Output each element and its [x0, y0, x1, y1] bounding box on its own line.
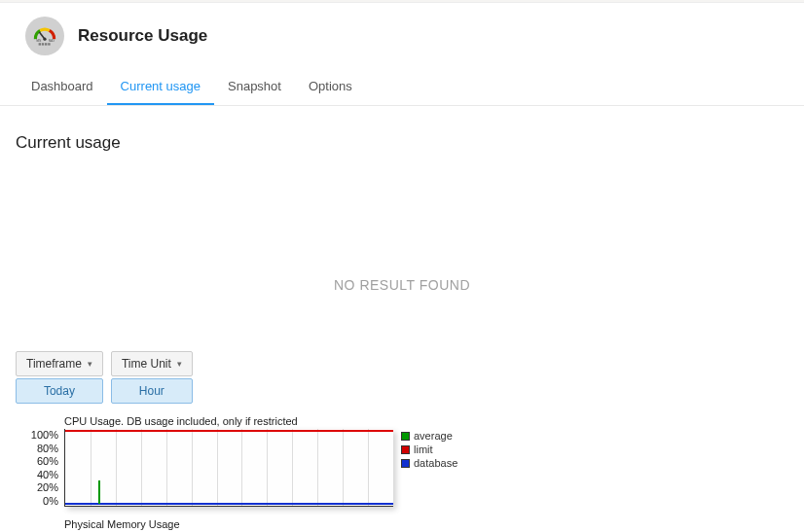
tab-snapshot[interactable]: Snapshot [214, 69, 295, 105]
y-tick: 20% [16, 481, 58, 493]
legend-label: average [414, 429, 453, 443]
cpu-chart-title: CPU Usage. DB usage included, only if re… [64, 415, 788, 427]
y-tick: 100% [16, 429, 58, 441]
y-tick: 0% [16, 495, 58, 507]
no-result-message: NO RESULT FOUND [16, 170, 788, 351]
y-tick: 40% [16, 469, 58, 480]
legend-label: database [414, 456, 457, 470]
page-header: MIN MAX Resource Usage [0, 3, 804, 65]
timeframe-dropdown[interactable]: Timeframe ▾ [16, 351, 103, 376]
svg-text:MAX: MAX [49, 39, 55, 43]
page-title: Resource Usage [78, 26, 207, 46]
tab-current-usage[interactable]: Current usage [107, 69, 214, 105]
legend-swatch [401, 445, 410, 454]
timeunit-label: Time Unit [122, 357, 171, 371]
legend-swatch [401, 432, 410, 441]
cpu-legend: average limit database [401, 429, 457, 470]
legend-item: average [401, 429, 457, 443]
y-tick: 60% [16, 455, 58, 467]
svg-rect-4 [39, 43, 41, 45]
caret-down-icon: ▾ [88, 359, 92, 369]
svg-rect-7 [48, 43, 50, 45]
cpu-database-line [65, 503, 393, 505]
section-title: Current usage [16, 133, 788, 153]
y-tick: 80% [16, 443, 58, 454]
svg-rect-5 [42, 43, 44, 45]
legend-swatch [401, 459, 410, 468]
legend-item: database [401, 456, 457, 470]
legend-label: limit [414, 443, 433, 456]
tab-dashboard[interactable]: Dashboard [18, 69, 107, 105]
gauge-icon: MIN MAX [25, 17, 64, 55]
cpu-plot [64, 429, 393, 507]
timeunit-dropdown[interactable]: Time Unit ▾ [111, 351, 193, 376]
timeframe-label: Timeframe [26, 357, 82, 371]
cpu-average-spike [98, 480, 100, 504]
cpu-chart-block: CPU Usage. DB usage included, only if re… [16, 415, 788, 507]
svg-rect-6 [45, 43, 47, 45]
memory-chart-title: Physical Memory Usage [64, 518, 788, 530]
svg-point-1 [43, 38, 46, 41]
svg-text:MIN: MIN [36, 39, 41, 43]
timeunit-selected[interactable]: Hour [111, 378, 193, 404]
chart-controls: Timeframe ▾ Today Time Unit ▾ Hour [16, 351, 788, 404]
cpu-limit-line [65, 430, 393, 432]
cpu-y-axis: 100% 80% 60% 40% 20% 0% [16, 429, 64, 507]
legend-item: limit [401, 443, 457, 456]
content-area: Current usage NO RESULT FOUND Timeframe … [0, 106, 804, 532]
caret-down-icon: ▾ [177, 359, 182, 369]
tab-options[interactable]: Options [295, 69, 366, 105]
timeframe-selected[interactable]: Today [16, 378, 103, 404]
memory-chart-block: Physical Memory Usage 2GB limit [16, 518, 788, 532]
tab-bar: Dashboard Current usage Snapshot Options [0, 69, 804, 106]
